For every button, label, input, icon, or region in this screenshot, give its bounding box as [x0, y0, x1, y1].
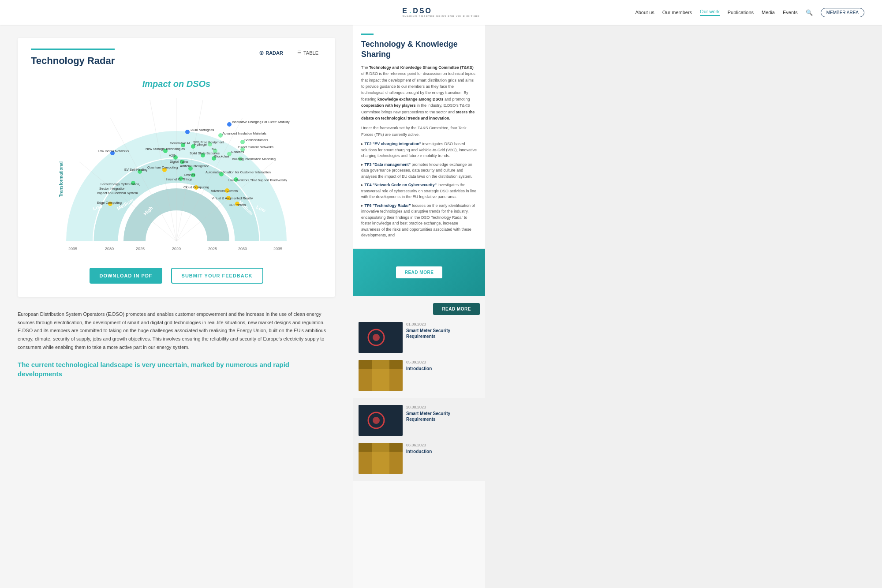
radar-controls: ◎ RADAR ☰ TABLE — [256, 49, 322, 57]
svg-text:Automated Solution for Custome: Automated Solution for Customer Interact… — [206, 170, 271, 174]
news-info-1: 01.09.2023 Smart Meter Security Requirem… — [406, 322, 480, 353]
radar-view-btn[interactable]: ◎ RADAR — [256, 49, 287, 57]
submit-feedback-button[interactable]: SUBMIT YOUR FEEDBACK — [171, 268, 263, 284]
tks-panel: Technology & Knowledge Sharing The Techn… — [353, 25, 485, 249]
news-title-1: Smart Meter Security Requirements — [406, 328, 480, 339]
svg-text:2025: 2025 — [208, 247, 217, 251]
svg-text:Internet Of Things: Internet Of Things — [166, 177, 192, 181]
svg-text:Artificial Intelligence: Artificial Intelligence — [180, 164, 209, 168]
download-pdf-button[interactable]: DOWNLOAD IN PDF — [90, 268, 162, 284]
svg-point-23 — [227, 122, 232, 127]
main-content: Technology Radar ◎ RADAR ☰ TABLE Impac — [0, 25, 353, 588]
svg-text:2030: 2030 — [238, 247, 247, 251]
tks-item-tf4: ▸ TF4 "Network Code on Cybersecurity" in… — [361, 182, 477, 200]
nav-media[interactable]: Media — [762, 10, 775, 15]
nav-our-work[interactable]: Our work — [700, 9, 720, 16]
svg-text:2035: 2035 — [273, 247, 282, 251]
news-image-4 — [359, 443, 403, 474]
page-wrapper: Technology Radar ◎ RADAR ☰ TABLE Impac — [0, 25, 882, 588]
nav-about[interactable]: About us — [635, 10, 654, 15]
news-item-2[interactable]: 05.09.2023 Introduction — [353, 356, 485, 394]
svg-rect-94 — [372, 443, 389, 474]
news-section-1: READ MORE 01.09.2023 Smart Meter Securit… — [353, 296, 485, 398]
svg-text:Hydrogen: Hydrogen — [194, 142, 209, 146]
svg-text:EV Self Healing: EV Self Healing — [124, 168, 148, 172]
site-logo[interactable]: E . DSO SHAPING SMARTER GRIDS FOR YOUR F… — [402, 7, 480, 18]
search-icon[interactable]: 🔍 — [806, 9, 813, 16]
tks-title-bar — [361, 34, 374, 35]
svg-text:Virtual & Augmented Reality: Virtual & Augmented Reality — [212, 196, 253, 200]
svg-text:Robotics: Robotics — [231, 150, 244, 154]
news-item-4[interactable]: 06.06.2023 Introduction — [353, 439, 485, 477]
svg-text:2030: 2030 — [105, 247, 114, 251]
news-item-3[interactable]: 28.08.2023 Smart Meter Security Requirem… — [353, 401, 485, 439]
teal-banner-1: READ MORE — [353, 249, 485, 296]
tks-paragraph1: The Technology and Knowledge Sharing Com… — [361, 64, 477, 122]
svg-text:Direct Current Networks: Direct Current Networks — [238, 145, 273, 149]
news-item-1[interactable]: 01.09.2023 Smart Meter Security Requirem… — [353, 318, 485, 356]
svg-text:Sector Integration: Sector Integration — [99, 187, 125, 191]
svg-rect-89 — [359, 405, 403, 436]
news-section-2: 28.08.2023 Smart Meter Security Requirem… — [353, 398, 485, 481]
radar-icon: ◎ — [259, 50, 264, 56]
nav-events[interactable]: Events — [783, 10, 798, 15]
read-more-button-1[interactable]: READ MORE — [396, 266, 443, 278]
description-paragraph: European Distribution System Operators (… — [18, 310, 335, 351]
news-date-1: 01.09.2023 — [406, 322, 480, 326]
nav-members[interactable]: Our members — [662, 10, 692, 15]
tks-item-tf2: ▸ TF2 "EV charging integration" investig… — [361, 141, 477, 159]
news-image-1 — [359, 322, 403, 353]
radar-card: Technology Radar ◎ RADAR ☰ TABLE Impac — [18, 38, 335, 297]
news-info-3: 28.08.2023 Smart Meter Security Requirem… — [406, 405, 480, 436]
svg-text:Quantum Computing: Quantum Computing — [147, 165, 178, 169]
svg-text:Low Inertia Networks: Low Inertia Networks — [98, 149, 129, 153]
svg-text:Line Corridors That Support Bi: Line Corridors That Support Biodiversity — [228, 178, 287, 182]
svg-text:Edge Computing: Edge Computing — [97, 201, 122, 205]
svg-text:New Storage Technologies: New Storage Technologies — [146, 147, 185, 151]
svg-point-21 — [185, 130, 190, 134]
right-sidebar: Technology & Knowledge Sharing The Techn… — [353, 25, 485, 588]
svg-text:2030 Microgrids: 2030 Microgrids — [191, 128, 214, 132]
svg-text:Semiconductors: Semiconductors — [244, 138, 268, 142]
svg-text:Transformational: Transformational — [59, 161, 64, 197]
navigation: E . DSO SHAPING SMARTER GRIDS FOR YOUR F… — [0, 0, 882, 25]
news-date-2: 05.09.2023 — [406, 360, 480, 364]
news-title-2: Introduction — [406, 366, 480, 371]
table-icon: ☰ — [297, 50, 302, 56]
news-title-4: Introduction — [406, 449, 480, 454]
news-title-3: Smart Meter Security Requirements — [406, 411, 480, 422]
svg-text:Drones: Drones — [184, 173, 195, 177]
svg-text:Impact on Electrical System: Impact on Electrical System — [97, 191, 138, 195]
news-info-4: 06.06.2023 Introduction — [406, 443, 480, 474]
svg-text:V2G: V2G — [169, 154, 176, 157]
news-image-3 — [359, 405, 403, 436]
svg-text:Building Information Modeling: Building Information Modeling — [232, 157, 276, 161]
svg-text:Advanced Insulation Materials: Advanced Insulation Materials — [222, 131, 266, 135]
tks-item-tf3: ▸ TF3 "Data management" promotes knowled… — [361, 162, 477, 180]
read-more-section-2: READ MORE — [353, 300, 485, 318]
svg-text:Generative AI: Generative AI — [170, 141, 190, 145]
svg-text:2025: 2025 — [136, 247, 145, 251]
radar-actions: DOWNLOAD IN PDF SUBMIT YOUR FEEDBACK — [31, 268, 322, 284]
news-date-4: 06.06.2023 — [406, 443, 480, 447]
tks-item-tf6: ▸ TF6 "Technology Radar" focuses on the … — [361, 203, 477, 239]
svg-text:Impact on DSOs: Impact on DSOs — [142, 79, 210, 89]
member-area-button[interactable]: MEMBER AREA — [821, 8, 864, 17]
svg-rect-83 — [359, 322, 403, 353]
news-date-3: 28.08.2023 — [406, 405, 480, 409]
svg-text:2020: 2020 — [172, 247, 181, 251]
nav-publications[interactable]: Publications — [728, 10, 754, 15]
table-view-btn[interactable]: ☰ TABLE — [294, 49, 322, 57]
svg-text:Advanced Comms: Advanced Comms — [211, 189, 238, 193]
radar-chart: Impact on DSOs High Medium Low Mediu — [31, 74, 322, 259]
svg-text:3D Printers: 3D Printers — [229, 203, 246, 207]
svg-rect-88 — [372, 360, 389, 391]
read-more-button-2[interactable]: READ MORE — [433, 303, 480, 315]
svg-point-85 — [373, 334, 380, 341]
svg-text:2035: 2035 — [68, 247, 77, 251]
tks-paragraph2: Under the framework set by the T&KS Comm… — [361, 125, 477, 138]
svg-text:Digital Twins: Digital Twins — [170, 160, 188, 164]
description-section: European Distribution System Operators (… — [18, 310, 335, 378]
nav-links: About us Our members Our work Publicatio… — [635, 8, 864, 17]
news-info-2: 05.09.2023 Introduction — [406, 360, 480, 391]
